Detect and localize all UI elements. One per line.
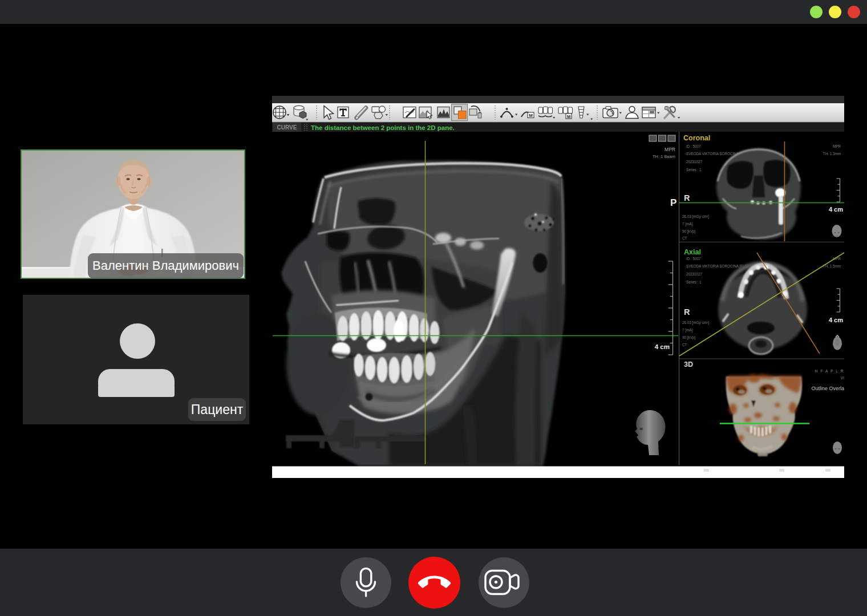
svg-text:MPR: MPR [833,144,841,148]
svg-text:R: R [684,193,690,202]
svg-text:20231027: 20231027 [686,272,703,276]
svg-text:7 [mA]: 7 [mA] [682,328,692,333]
svg-text:TH :1 Beam: TH :1 Beam [653,154,675,159]
svg-text:ID : 5007: ID : 5007 [686,144,701,148]
svg-text:20231027: 20231027 [686,160,703,164]
svg-text:26.03 [mGy·cm²]: 26.03 [mGy·cm²] [682,214,709,219]
svg-text:7 [mA]: 7 [mA] [682,222,692,226]
svg-text:CT: CT [682,343,687,347]
svg-text:CURVE: CURVE [277,124,297,131]
svg-text:TH. 1.3mm: TH. 1.3mm [823,152,841,156]
svg-text:ID : 5007: ID : 5007 [686,257,701,261]
svg-text:Outline Overla: Outline Overla [811,386,844,391]
svg-text:Series : 1: Series : 1 [686,168,702,172]
svg-text:4 cm: 4 cm [829,206,843,213]
svg-text:M: M [567,114,570,119]
svg-text:H F A P L R: H F A P L R [815,369,844,373]
svg-text:VI: VI [841,376,844,380]
svg-text:4 cm: 4 cm [655,343,670,350]
svg-text:R: R [684,307,690,317]
svg-text:CT: CT [682,236,687,240]
svg-text:Series : 1: Series : 1 [686,280,702,284]
svg-text:26.03 [mGy·cm²]: 26.03 [mGy·cm²] [682,321,709,325]
svg-text:MPR: MPR [665,147,675,152]
svg-text:Axial: Axial [684,248,701,256]
svg-text:The distance between 2 points: The distance between 2 points in the 2D … [311,124,455,131]
svg-text:P: P [670,197,676,208]
svg-text:SVEODA VIKTORIA SOROCINA [F] 3: SVEODA VIKTORIA SOROCINA [F] 33 [686,264,749,269]
svg-text:3D: 3D [684,360,693,368]
svg-text:90 [kVp]: 90 [kVp] [682,229,695,234]
svg-text:90 [kVp]: 90 [kVp] [682,335,695,340]
svg-text:Coronal: Coronal [683,134,710,142]
svg-text:M: M [529,113,533,118]
svg-text:4 cm: 4 cm [829,317,843,323]
